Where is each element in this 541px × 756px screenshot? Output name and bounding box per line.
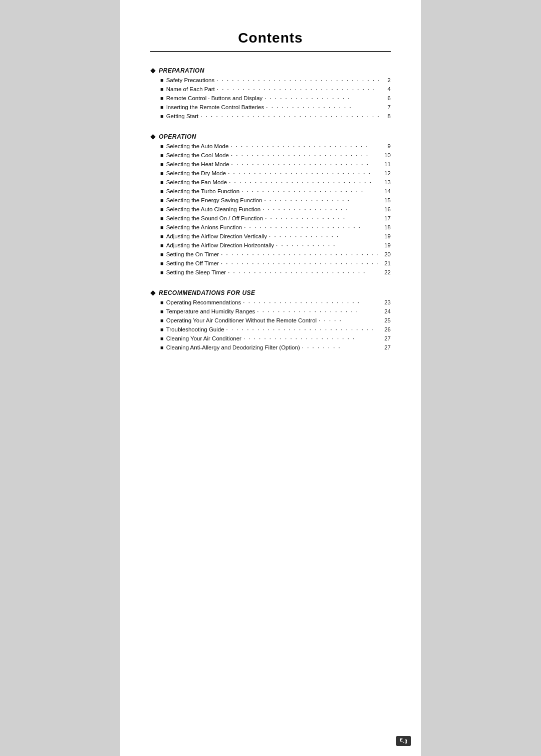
toc-dots: · · · · · · · · · · · · <box>276 242 379 249</box>
toc-item: ■Temperature and Humidity Ranges· · · · … <box>150 308 391 316</box>
toc-page-number: 9 <box>381 143 391 149</box>
section-title-recommendations: Recommendations for Use <box>159 289 255 296</box>
toc-bullet-icon: ■ <box>160 179 164 185</box>
toc-item: ■Selecting the Anions Function· · · · · … <box>150 224 391 232</box>
toc-label: Selecting the Auto Mode <box>166 143 229 149</box>
toc-label: Setting the Sleep Timer <box>166 269 226 275</box>
toc-item: ■Name of Each Part· · · · · · · · · · · … <box>150 86 391 94</box>
toc-dots: · · · · · · · · · · · · · · · · · · · · … <box>231 152 379 159</box>
toc-bullet-icon: ■ <box>160 335 164 341</box>
toc-page-number: 11 <box>381 161 391 167</box>
toc-bullet-icon: ■ <box>160 260 164 266</box>
toc-item: ■Selecting the Energy Saving Function· ·… <box>150 197 391 205</box>
toc-page-number: 14 <box>381 188 391 194</box>
toc-label: Remote Control · Buttons and Display <box>166 95 262 101</box>
toc-dots: · · · · · · · · · · · · · · · · · · · · … <box>230 143 379 150</box>
toc-page-number: 10 <box>381 152 391 158</box>
diamond-icon: ◆ <box>150 288 156 296</box>
toc-label: Setting the On Timer <box>166 251 219 257</box>
toc-label: Operating Recommendations <box>166 299 241 305</box>
toc-label: Getting Start <box>166 113 199 119</box>
toc-item: ■Troubleshooting Guide· · · · · · · · · … <box>150 326 391 334</box>
toc-bullet-icon: ■ <box>160 269 164 275</box>
toc-page-number: 26 <box>381 326 391 332</box>
toc-item: ■Selecting the Dry Mode· · · · · · · · ·… <box>150 170 391 178</box>
page-number: -3 <box>403 739 407 744</box>
toc-item: ■Remote Control · Buttons and Display· ·… <box>150 95 391 103</box>
title-divider <box>150 51 391 52</box>
toc-dots: · · · · · · · · · · · · · · · · · · · · … <box>229 179 379 186</box>
toc-label: Selecting the Heat Mode <box>166 161 229 167</box>
toc-label: Name of Each Part <box>166 86 215 92</box>
toc-dots: · · · · · · · · · · · · · · · · · <box>266 104 379 111</box>
toc-label: Troubleshooting Guide <box>166 326 224 332</box>
toc-label: Safety Precautions <box>166 77 215 83</box>
toc-dots: · · · · · · · · · · · · · · · · · <box>262 206 379 213</box>
toc-label: Selecting the Turbo Function <box>166 188 239 194</box>
toc-page-number: 17 <box>381 215 391 221</box>
toc-item: ■Inserting the Remote Control Batteries·… <box>150 104 391 112</box>
toc-dots: · · · · · · · · · · · · · · · · · · · · … <box>221 251 379 258</box>
toc-dots: · · · · · · · · · · · · · · · · · · · · … <box>243 299 379 306</box>
section-operation: ◆Operation■Selecting the Auto Mode· · · … <box>150 132 391 277</box>
section-title-operation: Operation <box>159 133 196 140</box>
toc-label: Adjusting the Airflow Direction Horizont… <box>166 242 274 248</box>
section-header-preparation: ◆Preparation <box>150 66 391 74</box>
toc-item: ■Operating Recommendations· · · · · · · … <box>150 299 391 307</box>
toc-item: ■Cleaning Anti-Allergy and Deodorizing F… <box>150 344 391 352</box>
toc-dots: · · · · · <box>319 317 379 324</box>
toc-item: ■Getting Start· · · · · · · · · · · · · … <box>150 113 391 121</box>
toc-item: ■Setting the Off Timer· · · · · · · · · … <box>150 260 391 268</box>
toc-bullet-icon: ■ <box>160 344 164 350</box>
toc-dots: · · · · · · · · · · · · · · · · · · · · … <box>217 86 379 93</box>
toc-label: Temperature and Humidity Ranges <box>166 308 255 314</box>
toc-bullet-icon: ■ <box>160 104 164 110</box>
toc-dots: · · · · · · · · · · · · · · · · <box>265 215 379 222</box>
diamond-icon: ◆ <box>150 132 156 140</box>
toc-label: Setting the Off Timer <box>166 260 219 266</box>
toc-label: Selecting the Dry Mode <box>166 170 226 176</box>
toc-sections: ◆Preparation■Safety Precautions· · · · ·… <box>150 66 391 352</box>
toc-page-number: 8 <box>381 113 391 119</box>
toc-label: Selecting the Anions Function <box>166 224 242 230</box>
page-title: Contents <box>150 30 391 46</box>
toc-label: Selecting the Auto Cleaning Function <box>166 206 261 212</box>
toc-dots: · · · · · · · · · · · · · · · · · · · · <box>257 308 379 315</box>
toc-label: Selecting the Energy Saving Function <box>166 197 262 203</box>
toc-item: ■Selecting the Cool Mode· · · · · · · · … <box>150 152 391 160</box>
toc-item: ■Selecting the Fan Mode· · · · · · · · ·… <box>150 179 391 187</box>
toc-item: ■Selecting the Turbo Function· · · · · ·… <box>150 188 391 196</box>
toc-dots: · · · · · · · · · · · · · · · · · · · · … <box>221 260 379 267</box>
toc-page-number: 15 <box>381 197 391 203</box>
toc-dots: · · · · · · · · <box>302 344 379 351</box>
toc-bullet-icon: ■ <box>160 224 164 230</box>
toc-dots: · · · · · · · · · · · · · · · · · · · · … <box>228 170 379 177</box>
toc-label: Operating Your Air Conditioner Without t… <box>166 317 317 323</box>
toc-label: Selecting the Sound On / Off Function <box>166 215 263 221</box>
toc-page-number: 2 <box>381 77 391 83</box>
toc-bullet-icon: ■ <box>160 197 164 203</box>
toc-page-number: 27 <box>381 335 391 341</box>
toc-label: Selecting the Cool Mode <box>166 152 229 158</box>
toc-dots: · · · · · · · · · · · · · · <box>269 233 379 240</box>
toc-bullet-icon: ■ <box>160 113 164 119</box>
toc-item: ■Setting the On Timer· · · · · · · · · ·… <box>150 251 391 259</box>
toc-bullet-icon: ■ <box>160 242 164 248</box>
diamond-icon: ◆ <box>150 66 156 74</box>
toc-item: ■Safety Precautions· · · · · · · · · · ·… <box>150 77 391 85</box>
toc-page-number: 19 <box>381 233 391 239</box>
toc-item: ■Setting the Sleep Timer· · · · · · · · … <box>150 269 391 277</box>
toc-bullet-icon: ■ <box>160 299 164 305</box>
section-header-recommendations: ◆Recommendations for Use <box>150 288 391 296</box>
toc-page-number: 18 <box>381 224 391 230</box>
toc-label: Cleaning Your Air Conditioner <box>166 335 241 341</box>
toc-bullet-icon: ■ <box>160 326 164 332</box>
toc-item: ■Selecting the Auto Mode· · · · · · · · … <box>150 143 391 151</box>
toc-dots: · · · · · · · · · · · · · · · · · · · · … <box>200 113 379 120</box>
toc-bullet-icon: ■ <box>160 77 164 83</box>
toc-dots: · · · · · · · · · · · · · · · · · · · · … <box>226 326 379 333</box>
toc-bullet-icon: ■ <box>160 251 164 257</box>
toc-page-number: 21 <box>381 260 391 266</box>
toc-page-number: 7 <box>381 104 391 110</box>
toc-bullet-icon: ■ <box>160 308 164 314</box>
